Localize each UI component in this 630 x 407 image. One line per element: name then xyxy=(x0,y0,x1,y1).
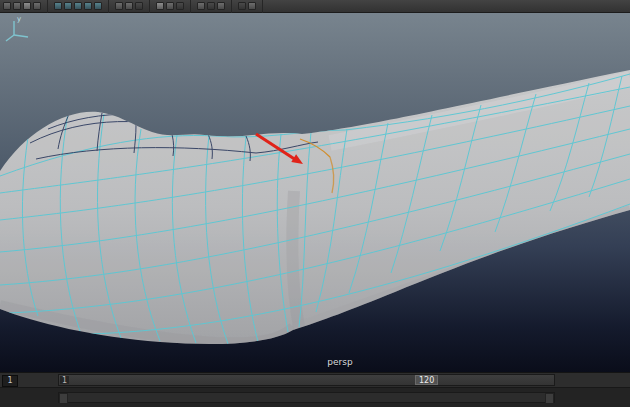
render-frame-icon[interactable] xyxy=(156,2,164,10)
output-connections-icon[interactable] xyxy=(125,2,133,10)
render-settings-icon[interactable] xyxy=(176,2,184,10)
view-axis-gizmo[interactable]: y xyxy=(0,13,36,43)
range-slider[interactable] xyxy=(0,387,630,407)
toolbar-icons xyxy=(3,0,263,13)
toolbar-group xyxy=(150,0,191,13)
range-handle-start[interactable] xyxy=(59,393,68,404)
time-ruler[interactable]: 1 120 xyxy=(58,374,555,386)
input-connections-icon[interactable] xyxy=(115,2,123,10)
axis-y-label: y xyxy=(17,15,21,23)
construction-history-icon[interactable] xyxy=(135,2,143,10)
current-frame-field[interactable]: 1 xyxy=(2,375,18,387)
hierarchy-mode-icon[interactable] xyxy=(13,2,21,10)
absolute-transform-icon[interactable] xyxy=(248,2,256,10)
snap-plane-icon[interactable] xyxy=(84,2,92,10)
paint-effects-icon[interactable] xyxy=(197,2,205,10)
snap-grid-icon[interactable] xyxy=(54,2,62,10)
current-frame-value: 1 xyxy=(7,377,12,385)
toolbox-icon[interactable] xyxy=(207,2,215,10)
status-line-toolbar xyxy=(0,0,630,13)
ipr-render-icon[interactable] xyxy=(166,2,174,10)
maya-window: y persp 1 1 120 xyxy=(0,0,630,407)
range-bar[interactable] xyxy=(58,392,555,403)
toolbar-group xyxy=(3,0,48,13)
time-slider[interactable]: 1 1 120 xyxy=(0,372,630,387)
toolbar-group xyxy=(191,0,232,13)
perspective-viewport[interactable]: y persp xyxy=(0,13,630,372)
toolbar-group xyxy=(48,0,109,13)
component-mode-icon[interactable] xyxy=(33,2,41,10)
selection-mask-icon[interactable] xyxy=(3,2,11,10)
toolbar-group xyxy=(232,0,263,13)
symmetry-icon[interactable] xyxy=(217,2,225,10)
range-handle-end[interactable] xyxy=(545,393,554,404)
viewport-canvas xyxy=(0,13,630,372)
frame-start-label: 1 xyxy=(60,376,69,384)
toolbar-group xyxy=(109,0,150,13)
snap-curve-icon[interactable] xyxy=(64,2,72,10)
field-entry-icon[interactable] xyxy=(238,2,246,10)
frame-end-label: 120 xyxy=(415,375,438,385)
snap-point-icon[interactable] xyxy=(74,2,82,10)
object-mode-icon[interactable] xyxy=(23,2,31,10)
snap-view-icon[interactable] xyxy=(94,2,102,10)
camera-name-label: persp xyxy=(300,357,380,367)
